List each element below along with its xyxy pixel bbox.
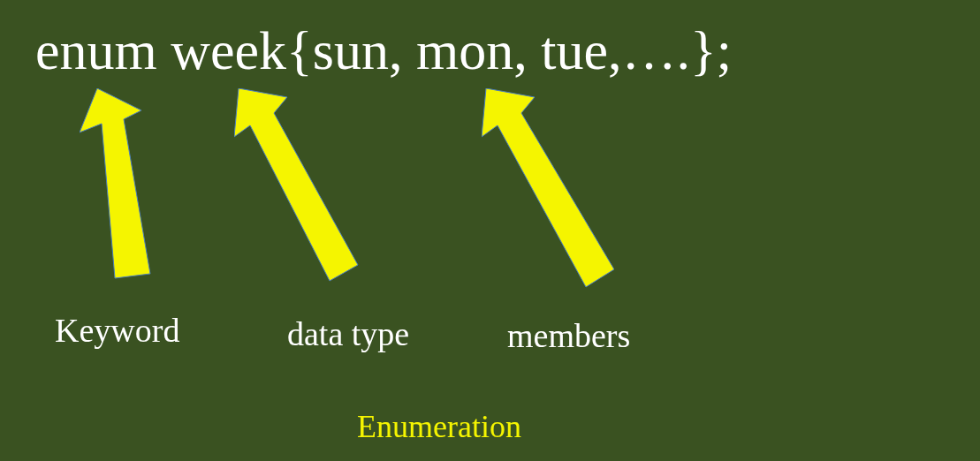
svg-marker-2 xyxy=(482,88,614,287)
arrow-datatype xyxy=(234,88,367,283)
code-declaration: enum week{sun, mon, tue,….}; xyxy=(35,19,732,82)
svg-marker-1 xyxy=(234,88,358,281)
label-keyword: Keyword xyxy=(55,311,179,350)
arrow-members xyxy=(482,88,614,291)
label-datatype: data type xyxy=(287,314,409,353)
label-members: members xyxy=(507,316,630,355)
diagram-caption: Enumeration xyxy=(357,408,521,445)
svg-marker-0 xyxy=(80,88,150,278)
arrow-keyword xyxy=(80,88,168,283)
